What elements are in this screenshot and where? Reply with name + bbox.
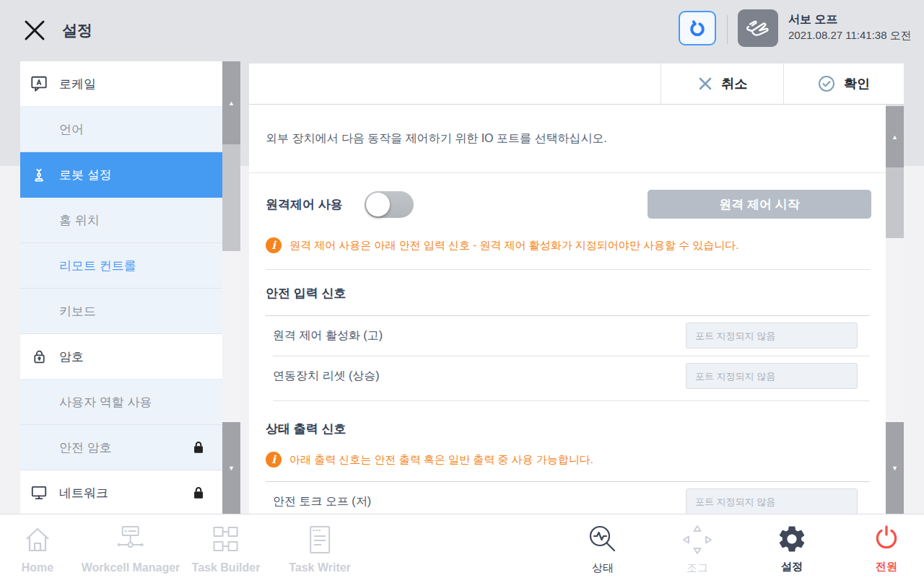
- sidebar-item-safety-password[interactable]: 안전 암호: [20, 425, 222, 470]
- scroll-down-button[interactable]: ▼: [886, 422, 904, 514]
- confirm-label: 확인: [844, 75, 870, 92]
- status-output-section-title: 상태 출력 신호: [266, 421, 346, 437]
- servo-status-box: 서보 오프 2021.08.27 11:41:38 오전: [788, 12, 912, 43]
- info-text: 원격 제어 사용은 아래 안전 입력 신호 - 원격 제어 활성화가 지정되어야…: [289, 239, 739, 253]
- nav-label: Task Writer: [289, 561, 351, 574]
- port-input-interlock-reset[interactable]: [686, 363, 858, 389]
- scroll-down-icon: ▼: [892, 465, 898, 472]
- nav-task-writer[interactable]: Task Writer: [289, 523, 351, 574]
- password-lock-icon: [29, 346, 49, 367]
- scroll-down-button[interactable]: ▼: [222, 422, 240, 514]
- port-input-safety-torque-off[interactable]: [686, 488, 858, 514]
- sidebar-item-label: 암호: [59, 349, 84, 365]
- network-icon: [29, 483, 49, 503]
- info-icon: i: [266, 452, 282, 468]
- sidebar-item-label: 네트워크: [59, 485, 108, 501]
- sidebar-scrollbar[interactable]: ▲ ▼: [222, 61, 240, 514]
- sidebar-item-language[interactable]: 언어: [20, 107, 222, 152]
- scroll-down-icon: ▼: [228, 465, 235, 472]
- settings-gear-icon: [776, 523, 808, 555]
- nav-workcell-manager[interactable]: Workcell Manager: [82, 523, 180, 574]
- status-monitor-icon: [586, 523, 619, 556]
- nav-settings[interactable]: 설정: [776, 523, 808, 574]
- hand-guide-mode-button[interactable]: [738, 9, 778, 47]
- nav-label: Home: [22, 561, 53, 574]
- nav-status[interactable]: 상태: [586, 523, 619, 575]
- cancel-x-icon: [697, 76, 713, 92]
- status-timestamp: 2021.08.27 11:41:38 오전: [788, 27, 912, 43]
- task-builder-icon: [209, 523, 243, 556]
- safety-input-section-title: 안전 입력 신호: [266, 285, 346, 302]
- nav-label: 설정: [781, 560, 803, 574]
- sidebar-item-remote-control[interactable]: 리모트 컨트롤: [20, 243, 222, 289]
- nav-home[interactable]: Home: [21, 523, 54, 574]
- power-icon: [871, 523, 902, 555]
- section-divider: [266, 315, 870, 316]
- sidebar-item-robot-settings[interactable]: 로봇 설정: [20, 152, 222, 198]
- info-text: 아래 출력 신호는 안전 출력 혹은 일반 출력 중 사용 가능합니다.: [289, 453, 593, 467]
- topbar-divider: [727, 15, 728, 44]
- robot-mode-button[interactable]: [679, 11, 716, 45]
- nav-label: 조그: [687, 561, 708, 575]
- cancel-button[interactable]: 취소: [661, 63, 783, 104]
- scroll-up-icon: ▲: [228, 100, 235, 107]
- sidebar-item-password[interactable]: 암호: [20, 334, 222, 380]
- top-bar: [0, 0, 924, 61]
- sidebar-item-user-role[interactable]: 사용자 역할 사용: [20, 380, 222, 425]
- nav-jog[interactable]: 조그: [681, 523, 714, 575]
- scroll-up-icon: ▲: [892, 133, 898, 141]
- nav-power[interactable]: 전원: [871, 523, 902, 574]
- sidebar-item-label: 안전 암호: [59, 439, 112, 456]
- toggle-knob: [366, 193, 390, 216]
- hand-gesture-icon: [744, 15, 772, 41]
- confirm-check-icon: [818, 75, 835, 92]
- settings-sidebar: 로케일 언어 로봇 설정 홈 위치 리모트 컨트롤 키보드: [20, 61, 222, 514]
- scrollbar-thumb[interactable]: [222, 144, 240, 251]
- nav-label: 전원: [876, 560, 897, 574]
- bottom-navigation: Home Workcell Manager Task Builder: [0, 514, 924, 583]
- cobot-joint-icon: [685, 16, 710, 40]
- field-label-safety-torque-off: 안전 토크 오프 (저): [273, 488, 371, 514]
- confirm-button[interactable]: 확인: [783, 63, 904, 104]
- close-settings-button[interactable]: [20, 16, 49, 45]
- scroll-up-button[interactable]: ▲: [222, 61, 240, 144]
- sidebar-item-label: 키보드: [59, 303, 96, 320]
- nav-label: Task Builder: [192, 561, 261, 574]
- cancel-label: 취소: [722, 75, 748, 92]
- workcell-manager-icon: [113, 523, 148, 556]
- field-label-interlock-reset: 연동장치 리셋 (상승): [273, 363, 380, 389]
- servo-status: 서보 오프: [788, 12, 912, 27]
- close-icon: [20, 16, 49, 45]
- sidebar-item-keyboard[interactable]: 키보드: [20, 289, 222, 334]
- status-output-info: i 아래 출력 신호는 안전 출력 혹은 일반 출력 중 사용 가능합니다.: [266, 452, 593, 468]
- home-icon: [21, 523, 54, 556]
- sidebar-item-label: 리모트 컨트롤: [59, 258, 136, 274]
- robot-icon: [29, 165, 49, 185]
- sidebar-item-network[interactable]: 네트워크: [20, 470, 222, 514]
- remote-control-panel: 외부 장치에서 다음 동작을 제어하기 위한 IO 포트를 선택하십시오. 원격…: [249, 105, 886, 514]
- nav-task-builder[interactable]: Task Builder: [192, 523, 261, 574]
- content-header: 취소 확인: [249, 63, 904, 105]
- scroll-up-button[interactable]: ▲: [886, 106, 904, 167]
- port-input-remote-enable[interactable]: [686, 323, 858, 349]
- sidebar-item-label: 사용자 역할 사용: [59, 394, 152, 411]
- row-divider: [273, 356, 870, 356]
- content-scrollbar[interactable]: ▲ ▼: [886, 106, 904, 514]
- sidebar-item-home-position[interactable]: 홈 위치: [20, 198, 222, 243]
- nav-label: Workcell Manager: [82, 561, 180, 574]
- remote-control-start-button[interactable]: 원격 제어 시작: [648, 190, 871, 219]
- remote-control-info: i 원격 제어 사용은 아래 안전 입력 신호 - 원격 제어 활성화가 지정되…: [266, 237, 739, 253]
- task-writer-icon: [303, 523, 336, 556]
- locale-icon: [29, 74, 49, 94]
- section-divider: [266, 269, 870, 270]
- panel-description: 외부 장치에서 다음 동작을 제어하기 위한 IO 포트를 선택하십시오.: [249, 105, 886, 173]
- remote-control-use-label: 원격제어 사용: [266, 191, 343, 219]
- sidebar-item-locale[interactable]: 로케일: [20, 61, 222, 107]
- section-divider: [266, 481, 870, 482]
- sidebar-item-label: 로케일: [59, 76, 96, 92]
- remote-control-toggle[interactable]: [365, 191, 414, 218]
- scrollbar-thumb[interactable]: [886, 167, 904, 238]
- jog-dpad-icon: [681, 523, 714, 556]
- nav-label: 상태: [592, 561, 614, 575]
- locked-icon: [191, 439, 206, 456]
